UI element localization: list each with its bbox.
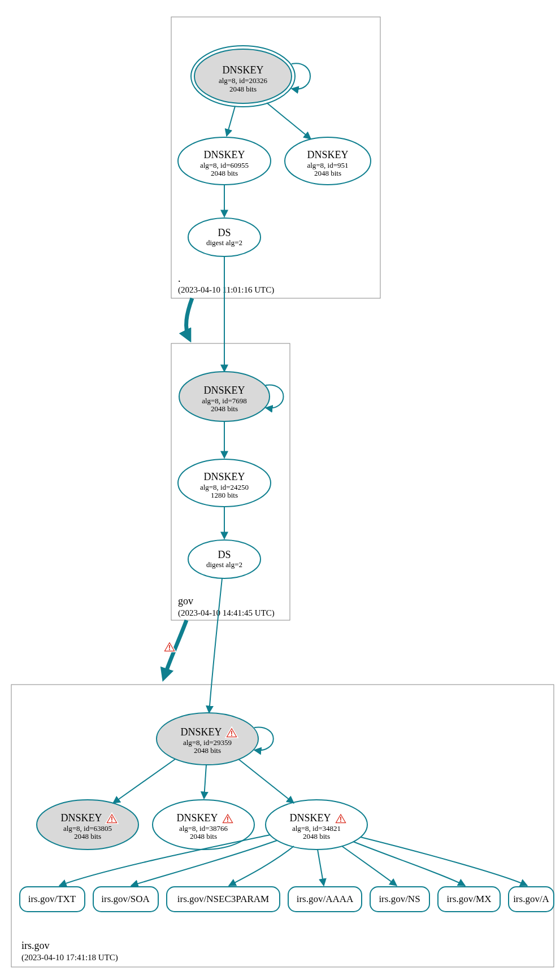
svg-text:2048 bits: 2048 bits <box>229 85 257 93</box>
rrset-a[interactable]: irs.gov/A <box>509 887 554 912</box>
node-root-zsk1[interactable]: DNSKEY alg=8, id=60955 2048 bits <box>178 137 271 185</box>
svg-text:DNSKEY: DNSKEY <box>203 471 245 482</box>
node-gov-zsk[interactable]: DNSKEY alg=8, id=24250 1280 bits <box>178 459 271 507</box>
svg-text:DNSKEY: DNSKEY <box>289 812 331 824</box>
dnssec-graph: ! . (2023-04-10 11:01:16 UTC) DNSKEY alg… <box>0 0 560 980</box>
node-root-zsk2[interactable]: DNSKEY alg=8, id=951 2048 bits <box>285 137 371 185</box>
edge-govds-irsksk <box>209 578 222 713</box>
svg-text:alg=8, id=24250: alg=8, id=24250 <box>200 483 249 491</box>
rrset-aaaa[interactable]: irs.gov/AAAA <box>288 887 362 912</box>
svg-text:irs.gov/A: irs.gov/A <box>513 894 549 904</box>
edge-rootksk-zsk1 <box>227 106 235 136</box>
rrset-ns[interactable]: irs.gov/NS <box>370 887 429 912</box>
svg-text:DNSKEY: DNSKEY <box>203 385 245 396</box>
node-irs-k3[interactable]: DNSKEY alg=8, id=38766 2048 bits <box>153 800 254 850</box>
svg-text:2048 bits: 2048 bits <box>211 404 238 413</box>
svg-text:digest alg=2: digest alg=2 <box>206 238 242 247</box>
svg-text:DNSKEY: DNSKEY <box>176 812 218 824</box>
svg-text:DNSKEY: DNSKEY <box>203 149 245 160</box>
rrset-n3p[interactable]: irs.gov/NSEC3PARAM <box>167 887 280 912</box>
edge-k4-mx <box>353 842 465 886</box>
svg-text:DNSKEY: DNSKEY <box>307 149 348 160</box>
svg-text:1280 bits: 1280 bits <box>211 491 238 499</box>
svg-text:alg=8, id=951: alg=8, id=951 <box>307 161 348 169</box>
svg-text:irs.gov/TXT: irs.gov/TXT <box>28 894 76 904</box>
edge-k4-n3p <box>229 846 294 886</box>
zone-ts-irs: (2023-04-10 17:41:18 UTC) <box>21 953 118 962</box>
svg-text:alg=8, id=38766: alg=8, id=38766 <box>179 824 228 833</box>
svg-text:2048 bits: 2048 bits <box>190 832 217 840</box>
svg-text:alg=8, id=60955: alg=8, id=60955 <box>200 161 249 169</box>
edge-irsksk-k2 <box>113 759 175 803</box>
svg-text:DNSKEY: DNSKEY <box>180 726 222 738</box>
edge-k4-a <box>361 837 527 886</box>
svg-text:irs.gov/SOA: irs.gov/SOA <box>101 894 150 904</box>
node-root-ksk[interactable]: DNSKEY alg=8, id=20326 2048 bits <box>191 46 295 107</box>
svg-text:alg=8, id=20326: alg=8, id=20326 <box>219 76 268 85</box>
svg-text:DNSKEY: DNSKEY <box>60 812 102 824</box>
svg-text:DNSKEY: DNSKEY <box>222 64 263 76</box>
svg-text:alg=8, id=29359: alg=8, id=29359 <box>183 738 232 747</box>
svg-text:alg=8, id=7698: alg=8, id=7698 <box>202 397 247 405</box>
svg-text:DS: DS <box>218 549 231 560</box>
zone-name-irs: irs.gov <box>21 940 50 951</box>
svg-text:2048 bits: 2048 bits <box>74 832 101 840</box>
edge-rootksk-zsk2 <box>267 103 311 139</box>
svg-text:irs.gov/NS: irs.gov/NS <box>379 894 420 904</box>
rrset-mx[interactable]: irs.gov/MX <box>438 887 500 912</box>
rrset-txt[interactable]: irs.gov/TXT <box>20 887 85 912</box>
zone-name-gov: gov <box>178 595 193 607</box>
svg-text:irs.gov/NSEC3PARAM: irs.gov/NSEC3PARAM <box>177 894 269 904</box>
svg-text:alg=8, id=63805: alg=8, id=63805 <box>63 824 112 833</box>
edge-self-root <box>292 63 310 89</box>
rrset-soa[interactable]: irs.gov/SOA <box>93 887 158 912</box>
svg-text:DS: DS <box>218 227 231 238</box>
svg-text:digest alg=2: digest alg=2 <box>206 560 242 569</box>
svg-text:2048 bits: 2048 bits <box>303 832 330 840</box>
edge-irsksk-k4 <box>238 759 294 803</box>
edge-k4-aaaa <box>318 850 324 886</box>
zone-ts-gov: (2023-04-10 14:41:45 UTC) <box>178 608 275 618</box>
edge-k4-ns <box>342 846 397 886</box>
svg-text:irs.gov/MX: irs.gov/MX <box>447 894 492 904</box>
svg-text:2048 bits: 2048 bits <box>211 169 238 177</box>
svg-text:2048 bits: 2048 bits <box>194 746 221 755</box>
node-gov-ksk[interactable]: DNSKEY alg=8, id=7698 2048 bits <box>179 372 270 421</box>
edge-irsksk-k3 <box>204 765 206 799</box>
node-gov-ds[interactable]: DS digest alg=2 <box>188 540 261 578</box>
node-irs-k2[interactable]: DNSKEY alg=8, id=63805 2048 bits <box>37 800 138 850</box>
svg-text:irs.gov/AAAA: irs.gov/AAAA <box>297 894 354 904</box>
node-irs-k4[interactable]: DNSKEY alg=8, id=34821 2048 bits <box>266 800 367 850</box>
svg-text:alg=8, id=34821: alg=8, id=34821 <box>292 824 341 833</box>
zone-name-root: . <box>178 273 181 284</box>
edge-zone-root-gov <box>186 298 192 339</box>
zone-ts-root: (2023-04-10 11:01:16 UTC) <box>178 285 274 295</box>
node-root-ds[interactable]: DS digest alg=2 <box>188 218 261 256</box>
svg-text:2048 bits: 2048 bits <box>314 169 341 177</box>
node-irs-ksk[interactable]: DNSKEY alg=8, id=29359 2048 bits <box>157 713 258 765</box>
